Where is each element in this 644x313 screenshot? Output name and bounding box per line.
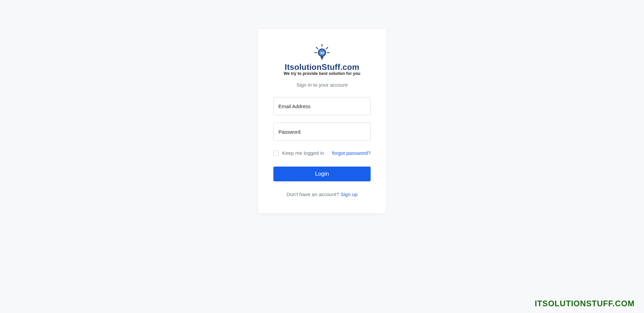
forgot-password-link[interactable]: forgot password? [332, 150, 371, 156]
email-field[interactable] [273, 97, 371, 115]
svg-rect-7 [321, 58, 323, 59]
signup-prompt-text: Don't have an account? [286, 191, 340, 197]
lightbulb-icon [314, 44, 330, 60]
remember-me-text: Keep me logged in [282, 150, 324, 156]
watermark-text: ITSOLUTIONSTUFF.COM [535, 299, 635, 308]
brand-subtitle: We try to provide best solution for you [284, 71, 361, 76]
signup-link[interactable]: Sign up [340, 191, 358, 197]
svg-rect-6 [321, 56, 323, 58]
remember-me-checkbox[interactable] [273, 150, 279, 156]
login-page: ItsolutionStuff.com We try to provide be… [0, 0, 644, 313]
signin-subtext: Sign in to your account [273, 82, 371, 88]
svg-line-2 [326, 47, 328, 49]
signup-prompt: Don't have an account? Sign up [273, 191, 371, 197]
brand-title: ItsolutionStuff.com [285, 62, 359, 72]
remember-me-label[interactable]: Keep me logged in [273, 150, 324, 156]
login-button[interactable]: Login [273, 167, 371, 181]
brand-logo-block: ItsolutionStuff.com We try to provide be… [273, 44, 371, 76]
password-field[interactable] [273, 123, 371, 141]
svg-line-1 [316, 47, 318, 49]
options-row: Keep me logged in forgot password? [273, 150, 371, 156]
login-card: ItsolutionStuff.com We try to provide be… [258, 29, 386, 213]
